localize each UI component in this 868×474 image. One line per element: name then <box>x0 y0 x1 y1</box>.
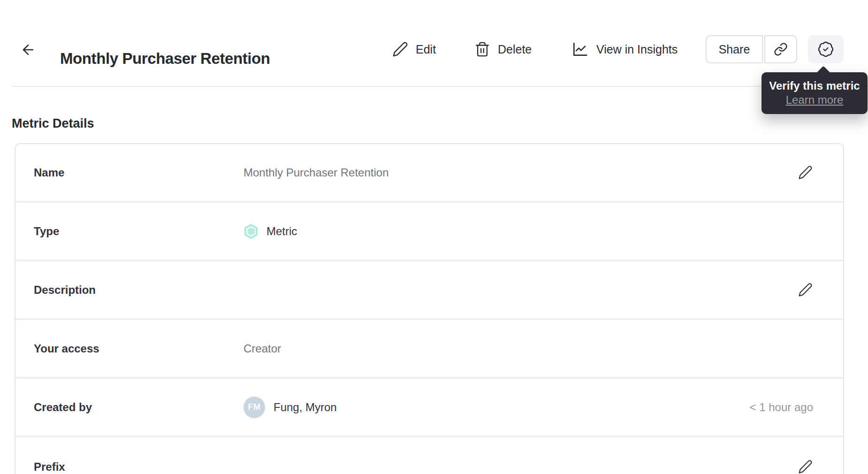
learn-more-link[interactable]: Learn more <box>786 93 844 107</box>
share-button-label: Share <box>719 43 750 56</box>
page-title: Monthly Purchaser Retention <box>60 50 270 68</box>
share-button[interactable]: Share <box>706 35 763 63</box>
avatar: FM <box>244 397 265 418</box>
edit-button-label: Edit <box>416 43 436 56</box>
arrow-left-icon <box>20 42 36 58</box>
verify-metric-button[interactable] <box>808 35 844 63</box>
metric-details-page: Monthly Purchaser Retention Edit Delete <box>0 0 868 474</box>
table-row-your-access: Your access Creator <box>15 320 843 379</box>
line-chart-icon <box>571 40 589 58</box>
back-button[interactable] <box>20 41 37 58</box>
name-value: Monthly Purchaser Retention <box>244 166 389 179</box>
pencil-icon <box>392 41 408 57</box>
delete-button[interactable]: Delete <box>474 35 532 63</box>
verify-metric-tooltip: Verify this metric Learn more <box>761 72 868 114</box>
row-label: Name <box>34 166 244 179</box>
table-row-prefix: Prefix <box>15 437 843 474</box>
row-label: Type <box>34 225 244 238</box>
table-row-created-by: Created by FM Fung, Myron < 1 hour ago <box>15 379 843 437</box>
pencil-icon <box>798 165 813 180</box>
link-icon <box>774 42 788 56</box>
pencil-icon <box>798 283 813 297</box>
pencil-icon <box>798 459 813 474</box>
row-label: Prefix <box>34 460 244 474</box>
created-timestamp: < 1 hour ago <box>750 401 813 414</box>
badge-check-icon <box>817 41 834 58</box>
view-in-insights-button[interactable]: View in Insights <box>571 35 678 63</box>
created-by-value: Fung, Myron <box>274 401 337 414</box>
access-value: Creator <box>244 342 281 355</box>
table-row-description: Description <box>15 261 843 320</box>
section-title: Metric Details <box>12 116 94 131</box>
delete-button-label: Delete <box>498 43 532 56</box>
trash-icon <box>474 41 490 57</box>
tooltip-title: Verify this metric <box>765 79 864 93</box>
header-divider <box>12 86 868 87</box>
edit-description-button[interactable] <box>797 282 813 298</box>
edit-button[interactable]: Edit <box>392 35 436 63</box>
row-label: Description <box>34 283 244 297</box>
edit-prefix-button[interactable] <box>797 459 813 474</box>
edit-name-button[interactable] <box>797 165 813 181</box>
table-row-name: Name Monthly Purchaser Retention <box>15 144 843 203</box>
table-row-type: Type Metric <box>15 203 843 261</box>
row-label: Created by <box>34 401 244 414</box>
view-in-insights-label: View in Insights <box>596 43 678 56</box>
row-label: Your access <box>34 342 244 355</box>
metric-hexagon-icon <box>244 224 259 239</box>
metric-details-card: Name Monthly Purchaser Retention Type <box>15 143 844 474</box>
copy-link-button[interactable] <box>764 35 797 63</box>
type-value: Metric <box>266 225 297 238</box>
